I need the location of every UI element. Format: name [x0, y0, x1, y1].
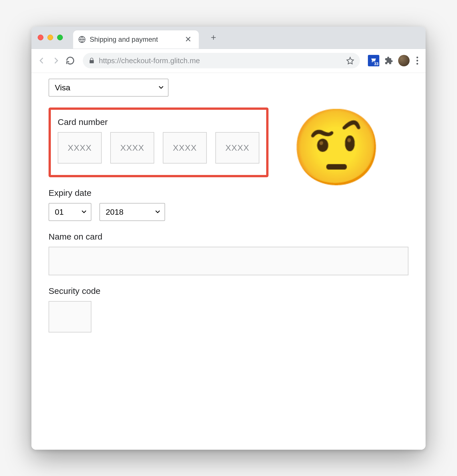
card-number-highlight: Card number [49, 107, 268, 177]
close-window-button[interactable] [38, 35, 43, 40]
page-content: Visa Card number Expiry date 01 2018 [31, 73, 426, 450]
security-code-group: Security code [49, 286, 408, 332]
card-segment-1[interactable] [58, 132, 102, 164]
extension-badge: 33 [373, 61, 379, 66]
extension-icon[interactable]: 33 [368, 55, 379, 66]
url-text: https://checkout-form.glitch.me [99, 56, 342, 65]
window-controls [38, 35, 63, 40]
expiry-year-select[interactable]: 2018 [99, 203, 165, 221]
card-type-group: Visa [49, 79, 408, 97]
extensions-menu-icon[interactable] [384, 56, 393, 65]
bookmark-star-icon[interactable] [346, 57, 354, 65]
browser-window: Shipping and payment ✕ + https://checkou… [31, 27, 426, 450]
maximize-window-button[interactable] [57, 35, 63, 40]
lock-icon [89, 57, 95, 64]
minimize-window-button[interactable] [47, 35, 53, 40]
expiry-group: Expiry date 01 2018 [49, 188, 408, 221]
browser-tab[interactable]: Shipping and payment ✕ [73, 30, 199, 49]
globe-icon [78, 36, 86, 43]
card-segment-2[interactable] [110, 132, 154, 164]
forward-icon[interactable] [51, 56, 61, 65]
reload-icon[interactable] [66, 56, 75, 65]
card-segment-3[interactable] [163, 132, 207, 164]
security-code-input[interactable] [49, 301, 91, 332]
raised-eyebrow-emoji: 🤨 [290, 110, 383, 184]
close-tab-icon[interactable]: ✕ [184, 34, 193, 45]
card-number-label: Card number [58, 117, 259, 127]
card-segment-4[interactable] [215, 132, 259, 164]
name-on-card-input[interactable] [49, 247, 408, 275]
card-type-select[interactable]: Visa [49, 79, 169, 97]
expiry-label: Expiry date [49, 188, 408, 198]
card-number-inputs [58, 132, 259, 164]
address-bar[interactable]: https://checkout-form.glitch.me [83, 53, 360, 68]
browser-menu-icon[interactable] [415, 55, 420, 66]
profile-avatar[interactable] [398, 55, 410, 66]
name-on-card-group: Name on card [49, 232, 408, 275]
new-tab-button[interactable]: + [208, 32, 219, 43]
back-icon[interactable] [37, 56, 46, 65]
name-on-card-label: Name on card [49, 232, 408, 242]
tab-title: Shipping and payment [90, 35, 180, 43]
browser-toolbar: https://checkout-form.glitch.me 33 [31, 49, 426, 73]
expiry-month-select[interactable]: 01 [49, 203, 91, 221]
security-code-label: Security code [49, 286, 408, 296]
titlebar: Shipping and payment ✕ + [31, 27, 426, 49]
